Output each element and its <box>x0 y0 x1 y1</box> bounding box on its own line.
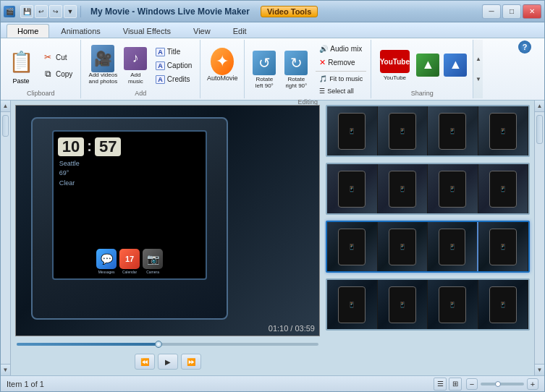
frame-4-2: 📱 <box>378 280 428 329</box>
progress-track[interactable] <box>17 343 318 346</box>
add-group-label: Add <box>135 88 146 97</box>
title-button[interactable]: A Title <box>152 46 195 59</box>
clipboard-group-label: Clipboard <box>27 88 55 97</box>
frame-2-3: 📱 <box>428 164 478 213</box>
progress-bar-area <box>15 339 320 349</box>
ribbon-toolbar: 📋 Paste ✂ Cut ⧉ Copy Clipboard <box>1 38 544 101</box>
phone-device: 10 : 57 Seattle 69° Clear <box>31 117 228 320</box>
title-separator <box>80 6 81 17</box>
tab-home[interactable]: Home <box>7 24 49 38</box>
add-videos-icon: 🎥 <box>91 47 114 70</box>
credits-button[interactable]: A Credits <box>152 73 195 86</box>
caption-label: Caption <box>167 61 192 69</box>
video-area: 10 : 57 Seattle 69° Clear <box>11 101 324 375</box>
cut-button[interactable]: ✂ Cut <box>38 49 76 65</box>
credits-label: Credits <box>167 75 190 83</box>
ribbon-group-add: 🎥 Add videosand photos ♪ Addmusic A Titl… <box>81 40 200 98</box>
storyboard-view-button[interactable]: ☰ <box>434 378 447 391</box>
paste-button[interactable]: 📋 Paste <box>5 45 37 87</box>
text-options-col: A Title A Caption A Credits <box>152 46 195 86</box>
clipboard-content: 📋 Paste ✂ Cut ⧉ Copy <box>5 41 76 88</box>
rotate-right-label: Rotateright 90° <box>285 76 307 89</box>
tab-visual-effects[interactable]: Visual Effects <box>112 24 182 38</box>
close-button[interactable]: ✕ <box>523 4 541 19</box>
quick-access-toolbar: 💾 ↩ ↪ ▼ <box>20 5 77 18</box>
thumbnail-item-3[interactable]: 📱 📱 📱 📱 <box>326 221 530 273</box>
scroll-thumb[interactable] <box>2 115 9 137</box>
ribbon-scroll-up[interactable]: ▲ <box>473 49 483 69</box>
quick-undo-button[interactable]: ↩ <box>35 5 48 18</box>
ribbon-group-automovie: ✦ AutoMovie - <box>200 40 245 98</box>
clock-hour: 10 <box>58 137 84 156</box>
right-scroll-down[interactable]: ▼ <box>535 364 544 375</box>
rewind-button[interactable]: ⏪ <box>135 354 155 370</box>
remove-icon: ✕ <box>319 58 326 67</box>
automovie-content: ✦ AutoMovie <box>205 41 240 88</box>
fit-to-music-button[interactable]: 🎵 Fit to music <box>316 73 366 85</box>
youtube-button[interactable]: YouTube YouTube <box>376 45 413 87</box>
quick-save-button[interactable]: 💾 <box>20 5 33 18</box>
maximize-button[interactable]: □ <box>502 4 521 19</box>
frame-3-3: 📱 <box>428 222 478 271</box>
scroll-down-button[interactable]: ▼ <box>1 364 10 375</box>
automovie-button[interactable]: ✦ AutoMovie <box>205 45 240 87</box>
zoom-slider[interactable] <box>481 383 524 385</box>
quick-menu-button[interactable]: ▼ <box>64 5 77 18</box>
timeline-view-button[interactable]: ⊞ <box>449 378 462 391</box>
select-all-label: Select all <box>327 88 354 95</box>
add-music-button[interactable]: ♪ Addmusic <box>122 45 149 87</box>
thumbnail-item-2[interactable]: 📱 📱 📱 📱 <box>326 163 530 215</box>
share-btn2[interactable]: ▲ <box>442 45 468 87</box>
frame-4-1: 📱 <box>327 280 378 329</box>
film-frames-2: 📱 📱 📱 📱 <box>327 164 528 213</box>
status-bar-right: ☰ ⊞ − + <box>434 378 538 391</box>
quick-redo-button[interactable]: ↪ <box>49 5 62 18</box>
frame-1-3: 📱 <box>428 106 478 155</box>
zoom-in-button[interactable]: + <box>527 378 538 390</box>
frame-1-4: 📱 <box>478 106 529 155</box>
scroll-up-button[interactable]: ▲ <box>1 101 10 112</box>
rotate-right-button[interactable]: ↻ Rotateright 90° <box>281 49 311 91</box>
select-all-button[interactable]: ☰ Select all <box>316 85 366 97</box>
help-button[interactable]: ? <box>518 41 531 54</box>
title-bar-left: 🎬 💾 ↩ ↪ ▼ My Movie - Windows Live Movie … <box>4 5 482 18</box>
zoom-out-button[interactable]: − <box>466 378 478 390</box>
app-icon: 🎬 <box>4 6 15 17</box>
tab-view[interactable]: View <box>182 24 221 38</box>
add-videos-button[interactable]: 🎥 Add videosand photos <box>85 45 120 87</box>
thumbnail-item-1[interactable]: 📱 📱 📱 📱 <box>326 105 530 157</box>
fast-forward-button[interactable]: ⏩ <box>181 354 201 370</box>
audio-mix-button[interactable]: 🔊 Audio mix <box>316 43 366 55</box>
thumbnail-item-4[interactable]: 📱 📱 📱 📱 <box>326 278 530 331</box>
add-videos-label: Add videosand photos <box>89 72 118 85</box>
editing-content: ↺ Rotateleft 90° ↻ Rotateright 90° 🔊 Aud… <box>249 41 366 97</box>
copy-button[interactable]: ⧉ Copy <box>38 66 76 82</box>
rotate-left-icon: ↺ <box>253 51 276 74</box>
rotate-left-button[interactable]: ↺ Rotateleft 90° <box>249 49 279 91</box>
remove-button[interactable]: ✕ Remove <box>316 56 366 69</box>
minimize-button[interactable]: ─ <box>482 4 501 19</box>
share-btn1[interactable]: ▲ <box>415 45 441 87</box>
weather-temp: 69° <box>59 169 69 176</box>
add-music-icon: ♪ <box>124 47 147 70</box>
progress-thumb[interactable] <box>155 341 162 348</box>
right-scroll-up[interactable]: ▲ <box>535 101 544 112</box>
tab-edit[interactable]: Edit <box>222 24 258 38</box>
weather-condition: Clear <box>59 179 202 189</box>
messages-label: Messages <box>98 270 115 274</box>
status-bar: Item 1 of 1 ☰ ⊞ − + <box>1 375 544 391</box>
play-button[interactable]: ▶ <box>158 354 178 370</box>
app-window: 🎬 💾 ↩ ↪ ▼ My Movie - Windows Live Movie … <box>0 0 545 392</box>
right-scroll-thumb[interactable] <box>536 115 543 144</box>
ribbon-scroll-down[interactable]: ▼ <box>473 69 483 90</box>
zoom-slider-thumb[interactable] <box>495 381 501 387</box>
film-frames-1: 📱 📱 📱 📱 <box>327 106 528 155</box>
messages-app: 💬 Messages <box>96 249 117 274</box>
caption-button[interactable]: A Caption <box>152 59 195 72</box>
window-title: My Movie - Windows Live Movie Maker <box>90 7 250 17</box>
youtube-icon: YouTube <box>383 50 406 73</box>
progress-fill <box>17 343 159 346</box>
tab-animations[interactable]: Animations <box>50 24 111 38</box>
zoom-control: − + <box>466 378 538 390</box>
status-icons: ☰ ⊞ <box>434 378 462 391</box>
